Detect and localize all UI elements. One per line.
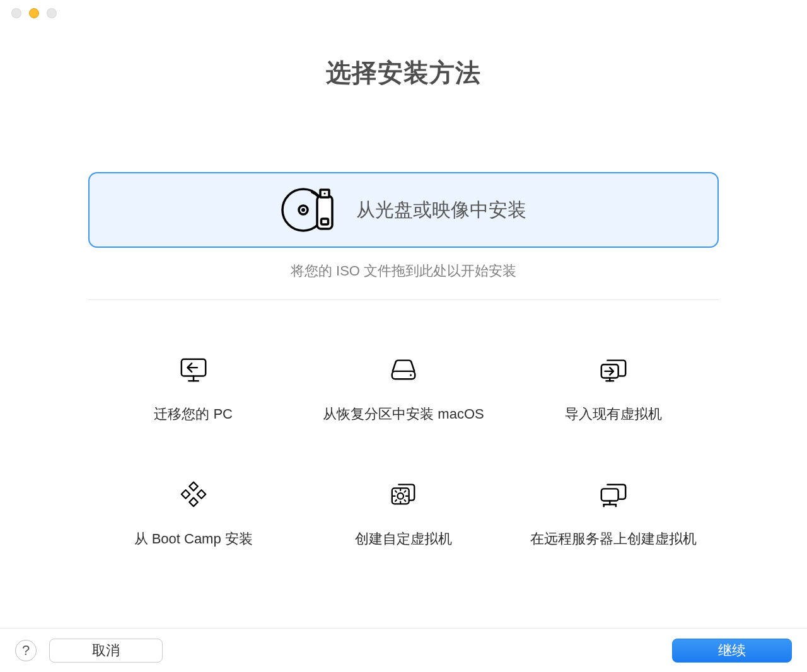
display-into-icon (599, 356, 628, 383)
option-label: 从恢复分区中安装 macOS (323, 405, 484, 424)
options-grid: 迁移您的 PC 从恢复分区中安装 macOS (88, 356, 719, 548)
svg-rect-31 (601, 489, 618, 501)
window-minimize-icon[interactable] (29, 8, 39, 18)
svg-point-2 (303, 209, 304, 211)
disc-usb-icon (281, 185, 339, 235)
option-migrate-pc[interactable]: 迁移您的 PC (88, 356, 298, 424)
option-label: 导入现有虚拟机 (565, 405, 662, 424)
option-label: 创建自定虚拟机 (355, 530, 452, 548)
display-import-icon (179, 356, 208, 383)
option-label: 在远程服务器上创建虚拟机 (530, 530, 697, 548)
install-from-disc-label: 从光盘或映像中安装 (356, 197, 526, 223)
svg-line-28 (404, 500, 405, 501)
svg-rect-19 (181, 490, 190, 499)
section-divider (88, 299, 719, 300)
option-label: 迁移您的 PC (154, 405, 233, 424)
svg-point-12 (410, 374, 412, 376)
option-remote-vm[interactable]: 在远程服务器上创建虚拟机 (509, 480, 719, 548)
display-network-icon (599, 480, 628, 508)
option-bootcamp[interactable]: 从 Boot Camp 安装 (88, 480, 298, 548)
svg-line-27 (395, 491, 397, 492)
install-from-disc-option[interactable]: 从光盘或映像中安装 (88, 172, 719, 248)
window-close-icon[interactable] (11, 8, 21, 18)
option-label: 从 Boot Camp 安装 (134, 530, 253, 548)
svg-point-22 (397, 493, 404, 499)
diamonds-icon (179, 480, 208, 508)
svg-line-30 (395, 500, 397, 501)
window-zoom-icon[interactable] (47, 8, 57, 18)
option-import-vm[interactable]: 导入现有虚拟机 (509, 356, 719, 424)
gear-stack-icon (389, 480, 418, 508)
page-title: 选择安装方法 (326, 55, 481, 90)
cancel-button[interactable]: 取消 (49, 639, 163, 663)
svg-rect-17 (189, 482, 198, 491)
titlebar (0, 0, 807, 26)
svg-rect-18 (189, 498, 198, 507)
option-recovery-macos[interactable]: 从恢复分区中安装 macOS (298, 356, 508, 424)
svg-rect-20 (197, 490, 206, 499)
svg-line-29 (404, 491, 405, 492)
help-button[interactable]: ? (15, 640, 37, 661)
continue-button[interactable]: 继续 (672, 639, 792, 663)
option-custom-vm[interactable]: 创建自定虚拟机 (298, 480, 508, 548)
svg-point-5 (323, 192, 325, 194)
footer: ? 取消 继续 (0, 628, 807, 672)
hard-drive-icon (389, 356, 418, 383)
drop-iso-hint: 将您的 ISO 文件拖到此处以开始安装 (88, 262, 719, 281)
